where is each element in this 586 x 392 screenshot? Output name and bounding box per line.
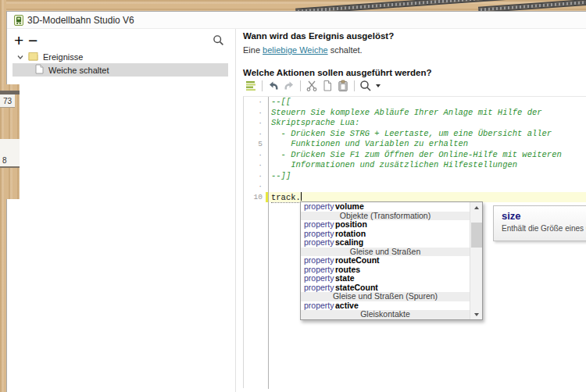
toolbar-separator [300,80,301,91]
item-name: routeCount [335,256,380,265]
autocomplete-list: propertyvolume Objekte (Transformation) … [301,202,470,319]
code-line: - Drücken Sie F1 zum Öffnen der Online-H… [268,150,586,161]
tree-toolbar: + − [7,30,235,51]
train-app-icon [14,15,23,26]
scene-marker-8: 8 [0,139,20,168]
code-line[interactable]: track. [268,192,586,203]
chevron-down-icon[interactable] [16,50,24,64]
autocomplete-group-header: Gleiskontakte [301,310,470,319]
marker-label: 8 [2,156,7,165]
rail-track-icon [478,0,586,11]
autocomplete-item[interactable]: propertyrouteCount [301,256,470,265]
item-name: volume [335,202,364,212]
tree-item-weiche-schaltet[interactable]: Weiche schaltet [13,63,228,77]
text-cursor [301,192,302,201]
gutter-marker: · [244,181,268,192]
search-icon[interactable] [213,34,224,49]
popup-scrollbar[interactable] [470,202,482,319]
toolbar-separator [354,80,355,91]
editor-toolbar [243,79,381,93]
autocomplete-item[interactable]: propertyposition [301,220,470,230]
trigger-suffix: schaltet. [328,45,363,55]
remove-event-button[interactable]: − [28,30,38,51]
toolbar-separator [262,80,263,91]
window-titlebar[interactable]: 3D-Modellbahn Studio V6 [7,12,586,29]
code-line: --[[ [268,97,586,108]
window-title: 3D-Modellbahn Studio V6 [27,12,134,29]
gutter-marker: · [244,160,268,171]
code-line: Funktionen und Variablen zu erhalten [268,139,586,150]
autocomplete-popup: propertyvolume Objekte (Transformation) … [300,201,483,320]
search-icon[interactable] [359,80,372,92]
trigger-sentence: Eine beliebige Weiche schaltet. [243,45,363,55]
actions-heading: Welche Aktionen sollen ausgeführt werden… [243,68,432,77]
scroll-down-icon[interactable] [470,309,483,319]
gutter-marker: · [244,108,268,119]
autocomplete-item[interactable]: propertystate [301,274,470,283]
undo-icon[interactable] [267,80,280,92]
code-line: Skriptsprache Lua: [268,118,586,129]
code-line [268,181,586,192]
item-kind: property [301,274,335,283]
item-kind: property [301,256,335,265]
gutter-marker: · [244,129,268,140]
code-line: Steuern Sie komplexe Abläufe Ihrer Anlag… [268,108,586,119]
app-window: 3D-Modellbahn Studio V6 + − [6,11,586,392]
copy-icon[interactable] [321,80,334,92]
cut-icon[interactable] [306,80,318,92]
autocomplete-tooltip: size Enthält die Größe eines Objekts [493,205,586,241]
gutter-line-number: 5 [244,139,268,150]
item-name: scaling [335,238,363,248]
event-tree: Ereignisse Weiche schaltet [7,51,235,77]
code-line: --]] [268,171,586,182]
scene-left-objects: 73 8 [0,84,20,199]
code-line: - Drücken Sie STRG + Leertaste, um eine … [268,129,586,140]
screenshot-canvas: 3D-Modellbahn Studio V6 + − [0,0,586,392]
event-file-icon [35,63,44,77]
scene-marker-73: 73 [0,94,15,108]
trigger-object-link[interactable]: beliebige Weiche [263,45,328,55]
current-code-line[interactable]: 10track. [244,192,586,203]
tree-item-label: Weiche schaltet [48,66,109,75]
dropdown-caret-icon[interactable] [376,84,381,87]
scene-wood-surface [0,0,586,11]
folder-icon [28,50,38,64]
gutter-marker: · [244,150,268,161]
script-lines-icon[interactable] [245,80,257,92]
gutter-marker: · [244,97,268,108]
autocomplete-group-header: Gleise und Straßen (Spuren) [301,292,470,301]
add-event-button[interactable]: + [14,30,23,51]
item-name: state [335,274,355,283]
item-kind: property [301,202,335,212]
item-kind: property [301,238,335,248]
tree-item-label: Ereignisse [43,52,83,62]
panel-divider[interactable] [235,29,236,392]
tree-item-ereignisse[interactable]: Ereignisse [7,51,235,63]
gutter-divider [268,97,269,389]
code-line: Informationen und zusätzlichen Hilfestel… [268,160,586,171]
typed-token: track. [271,193,301,203]
scrollbar-thumb[interactable] [471,223,482,248]
trigger-heading: Wann wird das Ereignis ausgelöst? [243,31,394,41]
item-name: position [335,220,367,230]
item-kind: property [301,301,335,311]
gutter-line-number: 10 [244,192,268,203]
scroll-up-icon[interactable] [470,202,483,212]
paste-icon[interactable] [337,80,349,92]
redo-icon[interactable] [283,80,295,92]
tooltip-description: Enthält die Größe eines Objekts [502,224,586,233]
gutter-marker: · [244,171,268,182]
gutter-marker: · [244,118,268,129]
tooltip-title: size [502,210,586,222]
trigger-prefix: Eine [243,45,263,55]
item-kind: property [301,220,335,230]
autocomplete-item[interactable]: propertyvolume [301,202,470,212]
marker-label: 73 [3,97,12,105]
item-kind: property [301,283,335,293]
item-name: active [335,301,359,311]
autocomplete-item[interactable]: propertyscaling [301,238,470,248]
